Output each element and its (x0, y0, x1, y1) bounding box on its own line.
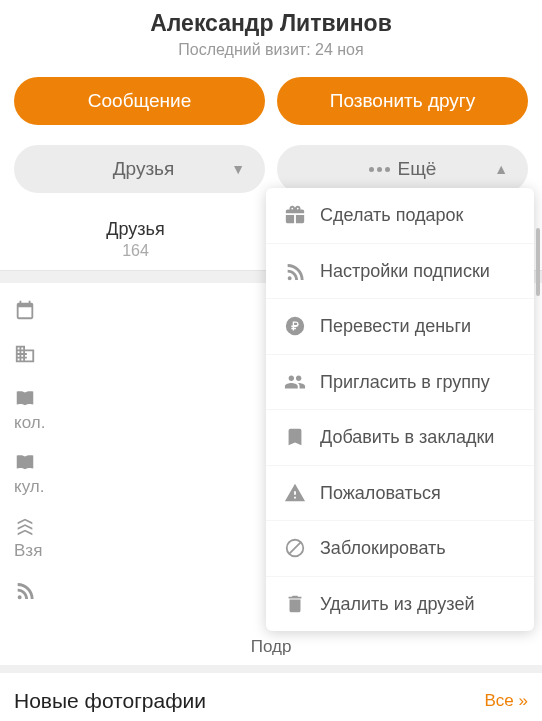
menu-item-invite[interactable]: Пригласить в группу (266, 355, 534, 411)
annotation-arrow (0, 713, 542, 721)
photos-section-header: Новые фотографии Все » (0, 673, 542, 713)
menu-item-bookmark[interactable]: Добавить в закладки (266, 410, 534, 466)
tab-friends-count: 164 (0, 242, 271, 260)
ruble-icon (284, 315, 306, 337)
profile-name: Александр Литвинов (0, 10, 542, 37)
primary-actions-row: Сообщение Позвонить другу (0, 67, 542, 135)
photos-all-link[interactable]: Все » (485, 691, 528, 711)
message-button-label: Сообщение (88, 90, 191, 112)
menu-item-bookmark-label: Добавить в закладки (320, 426, 516, 449)
details-link-label: Подр (251, 637, 292, 656)
menu-item-gift[interactable]: Сделать подарок (266, 188, 534, 244)
more-dropdown-menu: Сделать подарок Настройки подписки Перев… (266, 188, 534, 631)
last-visit: Последний визит: 24 ноя (0, 41, 542, 59)
chevron-down-icon: ▼ (231, 161, 245, 177)
chevrons-icon (14, 515, 36, 537)
book-icon (14, 451, 36, 473)
dots-icon (369, 167, 390, 172)
profile-header: Александр Литвинов Последний визит: 24 н… (0, 0, 542, 67)
menu-item-invite-label: Пригласить в группу (320, 371, 516, 394)
details-link[interactable]: Подр (0, 631, 542, 665)
call-button-label: Позвонить другу (330, 90, 476, 112)
tab-friends[interactable]: Друзья 164 (0, 211, 271, 270)
divider (0, 665, 542, 673)
friends-dropdown-button[interactable]: Друзья ▼ (14, 145, 265, 193)
more-dropdown-button[interactable]: Ещё ▲ (277, 145, 528, 193)
tab-friends-label: Друзья (0, 219, 271, 240)
menu-item-gift-label: Сделать подарок (320, 204, 516, 227)
book-icon (14, 387, 36, 409)
rss-icon (284, 260, 306, 282)
menu-item-unfriend-label: Удалить из друзей (320, 593, 516, 616)
friends-button-label: Друзья (113, 158, 175, 180)
message-button[interactable]: Сообщение (14, 77, 265, 125)
menu-item-block[interactable]: Заблокировать (266, 521, 534, 577)
menu-item-unfriend[interactable]: Удалить из друзей (266, 577, 534, 632)
menu-item-money-label: Перевести деньги (320, 315, 516, 338)
building-icon (14, 343, 36, 365)
scrollbar[interactable] (536, 228, 540, 296)
chevron-up-icon: ▲ (494, 161, 508, 177)
bookmark-icon (284, 426, 306, 448)
menu-item-complain-label: Пожаловаться (320, 482, 516, 505)
warning-icon (284, 482, 306, 504)
menu-item-complain[interactable]: Пожаловаться (266, 466, 534, 522)
rss-icon (14, 579, 36, 601)
menu-item-money[interactable]: Перевести деньги (266, 299, 534, 355)
calendar-icon (14, 299, 36, 321)
trash-icon (284, 593, 306, 615)
more-button-label: Ещё (398, 158, 437, 180)
block-icon (284, 537, 306, 559)
menu-item-subscribe[interactable]: Настройки подписки (266, 244, 534, 300)
menu-item-subscribe-label: Настройки подписки (320, 260, 516, 283)
menu-item-block-label: Заблокировать (320, 537, 516, 560)
group-icon (284, 371, 306, 393)
call-button[interactable]: Позвонить другу (277, 77, 528, 125)
gift-icon (284, 204, 306, 226)
photos-section-title: Новые фотографии (14, 689, 206, 713)
